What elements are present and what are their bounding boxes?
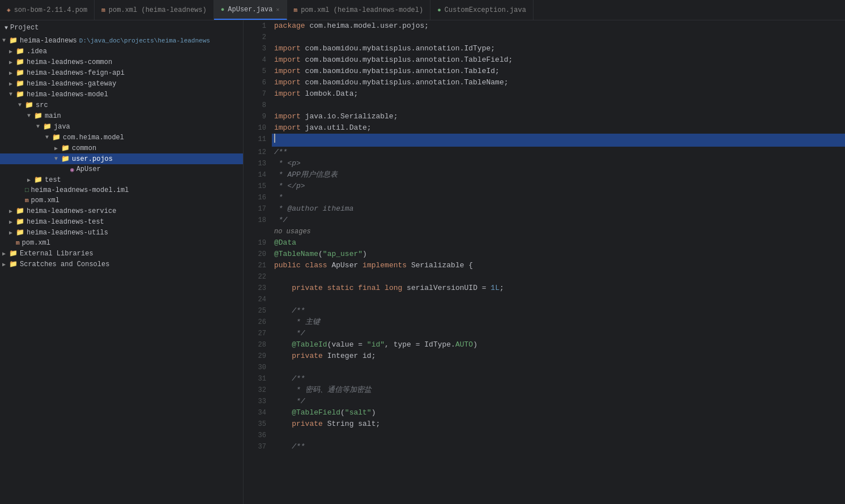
line-number: 28 [244,339,272,351]
tree-label: common [72,144,96,152]
tree-item-test[interactable]: ▶📁test [0,174,243,185]
apex-icon: ● [437,7,441,14]
code-cell: /** [272,147,845,158]
sidebar-header[interactable]: ▼ Project [0,20,243,35]
tree-arrow-icon: ▶ [2,250,9,257]
tree-item-heima-test[interactable]: ▶📁heima-leadnews-test [0,216,243,227]
folder-icon: 📁 [9,260,18,268]
tab-pom-model[interactable]: mpom.xml (heima-leadnews-model) [287,0,431,20]
pkg-token: com.baomidou.mybatisplus.annotation. [301,67,464,75]
text-cursor [274,134,275,143]
kw-token: long [385,284,402,292]
tab-apuser[interactable]: ●ApUser.java✕ [214,0,287,20]
module-icon: 📁 [16,69,24,77]
tree-item-model-pom[interactable]: mpom.xml [0,195,243,206]
code-cell: * <p> [272,158,845,169]
code-row: 18 */ [244,215,845,226]
code-cell: import java.util.Date; [272,122,845,134]
line-number: 1 [244,20,272,32]
line-number: 29 [244,351,272,362]
tree-item-heima-leadnews-root[interactable]: ▼📁heima-leadnewsD:\java_doc\projects\hei… [0,35,243,46]
code-cell: @TableField("salt") [272,407,845,418]
pkg-token [274,284,292,292]
line-number: 22 [244,271,272,283]
tree-label: .idea [27,48,47,55]
line-number: 4 [244,54,272,66]
line-number: 34 [244,407,272,418]
tree-item-src[interactable]: ▼📁src [0,100,243,110]
editor-content: 1package com.heima.model.user.pojos;23im… [244,20,845,504]
code-row: 17 * @author itheima [244,203,845,215]
tree-item-java[interactable]: ▼📁java [0,121,243,132]
tab-pom-heima[interactable]: mpom.xml (heima-leadnews) [95,0,214,20]
line-number: 9 [244,111,272,122]
kw-token: import [274,78,301,87]
cmt-token: /** [274,442,305,451]
pkg-token: com.baomidou.mybatisplus.annotation. [301,55,464,64]
pkg-token [407,261,411,270]
ann-token: AUTO [455,340,473,349]
editor-rows[interactable]: 1package com.heima.model.user.pojos;23im… [244,20,845,504]
code-cell: private Integer id; [272,351,845,362]
code-row: 11 [244,134,845,147]
pkg-token [274,408,292,417]
tree-item-idea[interactable]: ▶📁.idea [0,46,243,57]
cmt-token: */ [274,216,287,224]
tree-item-heima-common[interactable]: ▶📁heima-leadnews-common [0,57,243,67]
tree-arrow-icon: ▶ [2,261,9,268]
tree-item-main[interactable]: ▼📁main [0,110,243,121]
tree-item-scratches[interactable]: ▶📁Scratches and Consoles [0,259,243,270]
tree-item-ext-libs[interactable]: ▶📁External Libraries [0,248,243,259]
pkg-token: ( [340,408,345,417]
tree-item-user-pojos[interactable]: ▼📁user.pojos [0,153,243,164]
code-row: 3import com.baomidou.mybatisplus.annotat… [244,43,845,54]
code-row: 9import java.io.Serializable; [244,111,845,122]
tree-label: heima-leadnews-model.iml [31,186,129,194]
tree-item-heima-model[interactable]: ▼📁heima-leadnews-model [0,89,243,100]
code-cell: * [272,192,845,203]
pkg-token: ; [394,112,398,121]
cmt-token: * @author itheima [274,204,353,213]
line-number: 25 [244,305,272,317]
code-cell: /** [272,373,845,385]
module-icon: 📁 [9,36,18,45]
module-icon: 📁 [16,217,24,226]
tree-item-heima-feign[interactable]: ▶📁heima-leadnews-feign-api [0,67,243,78]
tab-close-button[interactable]: ✕ [276,6,280,13]
tab-pom-bom[interactable]: ◈son-bom-2.11.4.pom [0,0,95,20]
cmt-token: /** [274,306,305,315]
tree-item-heima-utils[interactable]: ▶📁heima-leadnews-utils [0,227,243,238]
pkg-token: ) [372,408,376,417]
folder-icon: 📁 [34,176,42,184]
m-icon: m [294,7,298,14]
pkg-token: (value = [327,340,367,349]
tree-item-com-heima-model[interactable]: ▼📁com.heima.model [0,132,243,143]
line-number: 7 [244,88,272,100]
code-row: 1package com.heima.model.user.pojos; [244,20,845,32]
tree-item-root-pom[interactable]: mpom.xml [0,238,243,248]
tree-arrow-icon: ▼ [45,134,52,140]
num-token: 1L [490,284,500,292]
line-number: 27 [244,328,272,339]
cls-token: Data [336,89,353,98]
editor-area: 1package com.heima.model.user.pojos;23im… [244,20,845,504]
code-cell: import java.io.Serializable; [272,111,845,122]
pkg-token: serialVersionUID = [402,284,490,292]
tree-item-apuser-file[interactable]: ◉ApUser [0,164,243,174]
kw-token: import [274,112,301,121]
tree-item-common[interactable]: ▶📁common [0,143,243,153]
tree-item-heima-service[interactable]: ▶📁heima-leadnews-service [0,206,243,216]
pkg-token: . [451,340,455,349]
folder-icon: 📁 [52,133,61,142]
line-number: 20 [244,249,272,260]
pkg-token: { [464,261,473,270]
cmt-token: /** [274,148,287,156]
str-token: "ap_user" [323,250,362,258]
kw-token: import [274,123,301,132]
str-token: "id" [367,340,385,349]
tree-item-heima-gateway[interactable]: ▶📁heima-leadnews-gateway [0,78,243,89]
tree-item-model-iml[interactable]: □heima-leadnews-model.iml [0,185,243,195]
code-cell: @Data [272,237,845,249]
code-row: 26 * 主键 [244,317,845,328]
tab-customex[interactable]: ●CustomException.java [430,0,534,20]
